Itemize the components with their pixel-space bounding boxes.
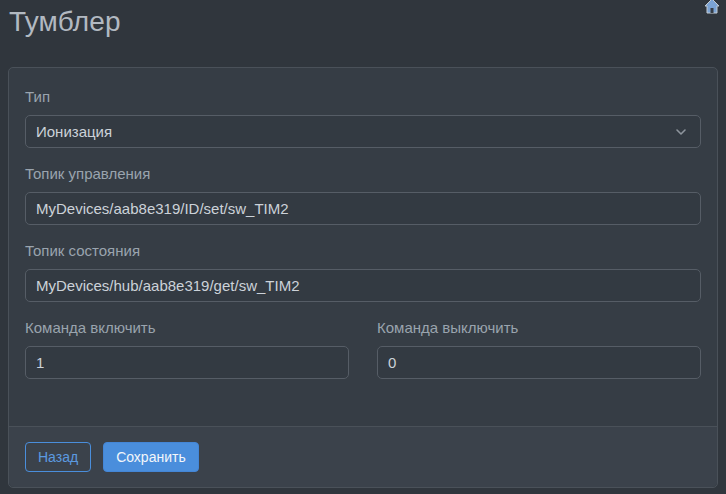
command-off-input[interactable]: [377, 346, 701, 379]
command-off-group: Команда выключить: [377, 319, 701, 379]
type-select-value: Ионизация: [36, 123, 112, 140]
type-group: Тип Ионизация: [25, 88, 701, 148]
home-button[interactable]: [704, 0, 720, 15]
settings-form: Тип Ионизация Топик управления Топик сос…: [9, 68, 717, 426]
command-on-input[interactable]: [25, 346, 349, 379]
form-footer: Назад Сохранить: [9, 426, 717, 487]
type-label: Тип: [25, 88, 701, 105]
state-topic-group: Топик состояния: [25, 242, 701, 302]
home-icon: [704, 0, 720, 15]
control-topic-label: Топик управления: [25, 165, 701, 182]
state-topic-label: Топик состояния: [25, 242, 701, 259]
state-topic-input[interactable]: [25, 269, 701, 302]
page-header: Тумблер: [0, 0, 726, 67]
control-topic-input[interactable]: [25, 192, 701, 225]
control-topic-group: Топик управления: [25, 165, 701, 225]
command-on-label: Команда включить: [25, 319, 349, 336]
command-row: Команда включить Команда выключить: [25, 319, 701, 379]
page-title: Тумблер: [9, 6, 718, 38]
chevron-down-icon: [675, 126, 687, 138]
command-off-label: Команда выключить: [377, 319, 701, 336]
back-button[interactable]: Назад: [25, 442, 91, 472]
save-button[interactable]: Сохранить: [103, 442, 199, 472]
command-on-group: Команда включить: [25, 319, 349, 379]
settings-panel: Тип Ионизация Топик управления Топик сос…: [8, 67, 718, 488]
type-select[interactable]: Ионизация: [25, 115, 701, 148]
